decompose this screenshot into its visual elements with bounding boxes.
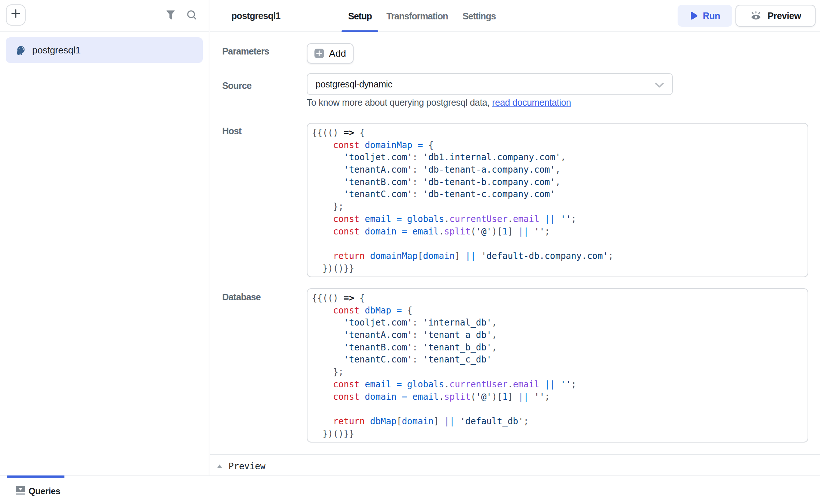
code-line: })()}} xyxy=(312,428,803,440)
bottom-panel-bar: Queries xyxy=(0,475,820,504)
code-line: const domain = email.split('@')[1] || ''… xyxy=(312,226,803,238)
code-line: 'tooljet.com': 'db1.internal.company.com… xyxy=(312,151,803,164)
query-list: postgresql1 xyxy=(0,32,209,63)
code-line: const email = globals.currentUser.email … xyxy=(312,379,803,391)
search-icon xyxy=(187,10,197,23)
query-list-item-postgresql1[interactable]: postgresql1 xyxy=(6,37,203,63)
query-editor-main: postgresql1 Setup Transformation Setting… xyxy=(210,0,820,475)
plus-badge-icon xyxy=(314,49,324,58)
code-line: const dbMap = { xyxy=(312,305,803,317)
query-item-label: postgresql1 xyxy=(32,45,81,56)
code-line: const email = globals.currentUser.email … xyxy=(312,213,803,226)
database-label: Database xyxy=(222,292,261,302)
sidebar-header xyxy=(0,0,209,32)
queries-active-indicator xyxy=(7,475,64,478)
code-line: })()}} xyxy=(312,263,803,275)
database-code-editor[interactable]: {{(() => { const dbMap = { 'tooljet.com'… xyxy=(307,288,808,443)
code-line: }; xyxy=(312,366,803,379)
code-line: 'tenantB.com': 'tenant_b_db', xyxy=(312,342,803,354)
add-parameter-label: Add xyxy=(329,48,346,59)
code-line: {{(() => { xyxy=(312,292,803,305)
code-line: return domainMap[domain] || 'default-db.… xyxy=(312,250,803,263)
preview-panel-label: Preview xyxy=(228,461,265,471)
setup-form: Parameters Add Source postgresql-dynamic… xyxy=(210,0,820,454)
source-select[interactable]: postgresql-dynamic xyxy=(307,73,673,95)
collapse-up-icon xyxy=(217,464,222,468)
queries-panel-tab[interactable]: Queries xyxy=(15,485,60,498)
filter-queries-button[interactable] xyxy=(163,0,178,32)
add-parameter-button[interactable]: Add xyxy=(307,43,354,64)
postgresql-icon xyxy=(15,45,26,55)
code-line: const domain = email.split('@')[1] || ''… xyxy=(312,391,803,403)
query-sidebar: postgresql1 xyxy=(0,0,209,475)
queries-panel-icon xyxy=(15,485,26,498)
plus-icon xyxy=(10,8,21,22)
source-label: Source xyxy=(222,80,251,91)
code-line: const domainMap = { xyxy=(312,139,803,152)
source-helper-text: To know more about querying postgresql d… xyxy=(307,97,571,108)
host-code-editor[interactable]: {{(() => { const domainMap = { 'tooljet.… xyxy=(307,123,808,277)
code-line: {{(() => { xyxy=(312,127,803,139)
chevron-down-icon xyxy=(655,78,664,91)
code-line: 'tenantC.com': 'tenant_c_db' xyxy=(312,354,803,366)
parameters-label: Parameters xyxy=(222,46,269,57)
code-line: }; xyxy=(312,201,803,213)
code-line xyxy=(312,403,803,415)
code-line: 'tenantB.com': 'db-tenant-b.company.com'… xyxy=(312,176,803,189)
source-select-value: postgresql-dynamic xyxy=(316,79,392,90)
code-line: 'tenantA.com': 'db-tenant-a.company.com'… xyxy=(312,164,803,176)
queries-panel-label: Queries xyxy=(29,486,60,496)
source-helper-plain: To know more about querying postgresql d… xyxy=(307,97,490,108)
query-editor-app: postgresql1 postgresql1 Setup Transforma… xyxy=(0,0,820,504)
preview-panel-toggle[interactable]: Preview xyxy=(210,454,820,475)
code-line: 'tooljet.com': 'internal_db', xyxy=(312,317,803,329)
code-line: 'tenantA.com': 'tenant_a_db', xyxy=(312,329,803,342)
code-line xyxy=(312,238,803,250)
filter-icon xyxy=(166,10,175,23)
search-queries-button[interactable] xyxy=(184,0,199,32)
host-label: Host xyxy=(222,126,241,136)
add-query-button[interactable] xyxy=(6,4,26,26)
code-line: 'tenantC.com': 'db-tenant-c.company.com' xyxy=(312,188,803,201)
read-documentation-link[interactable]: read documentation xyxy=(492,97,571,108)
code-line: return dbMap[domain] || 'default_db'; xyxy=(312,415,803,428)
